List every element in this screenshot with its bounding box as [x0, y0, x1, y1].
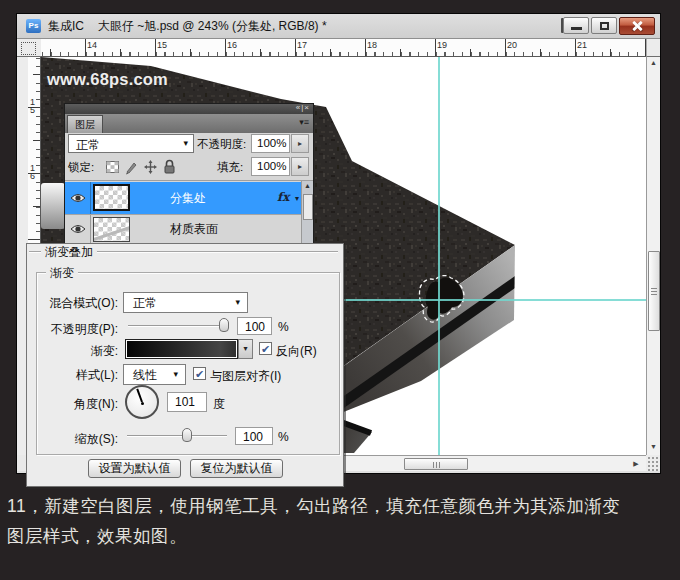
panel-menu-icon[interactable]: ▾≡ — [299, 117, 309, 127]
dialog-blend-mode-value: 正常 — [133, 295, 157, 312]
layer-thumbnail[interactable] — [93, 217, 130, 242]
panel-collapse-close-icons[interactable]: «|× — [296, 103, 310, 112]
tab-layers[interactable]: 图层 — [67, 115, 103, 133]
layers-list-scrollbar[interactable]: ▲ — [301, 181, 313, 243]
lock-all-icon[interactable] — [162, 159, 177, 175]
vertical-scrollbar-thumb[interactable] — [648, 251, 660, 331]
blend-mode-dialog-label: 混合模式(O): — [27, 295, 118, 312]
maximize-icon — [600, 22, 609, 30]
window-title-document: 大眼仔 ~旭.psd @ 243% (分集处, RGB/8) * — [98, 19, 327, 33]
style-select[interactable]: 线性 ▾ — [123, 364, 186, 385]
slab-left-highlight — [41, 183, 65, 229]
style-value: 线性 — [133, 367, 157, 384]
caption-line1: 11，新建空白图层，使用钢笔工具，勾出路径，填充任意颜色并为其添加渐变 — [7, 492, 677, 522]
dialog-blend-caret-icon: ▾ — [235, 297, 240, 307]
opacity-slider-track[interactable] — [128, 325, 228, 327]
fill-spinner-icon[interactable]: ▸ — [291, 157, 309, 176]
angle-unit: 度 — [213, 396, 225, 413]
style-caret-icon: ▾ — [173, 369, 178, 379]
set-default-button[interactable]: 设置为默认值 — [88, 459, 181, 478]
ruler-origin-corner[interactable] — [17, 39, 41, 57]
gradient-picker-caret-icon[interactable]: ▾ — [238, 339, 253, 359]
layer-row[interactable]: 材质表面 — [65, 214, 313, 243]
layers-panel-tabrow: 图层 ▾≡ — [65, 114, 313, 133]
layer-row-selected[interactable]: 分集处 fx ▾ — [65, 182, 313, 214]
watermark-text: www.68ps.com — [46, 70, 168, 88]
reset-default-button[interactable]: 复位为默认值 — [190, 459, 283, 478]
scale-slider-track[interactable] — [127, 435, 227, 437]
blend-mode-select[interactable]: 正常 ▾ — [68, 134, 194, 153]
scale-label: 缩放(S): — [27, 431, 118, 448]
align-label: 与图层对齐(I) — [210, 368, 281, 385]
eye-icon — [70, 223, 86, 235]
minimize-button[interactable] — [563, 17, 589, 34]
scale-value[interactable]: 100 — [235, 427, 273, 445]
layer-visibility-cell[interactable] — [65, 215, 91, 243]
layers-list: 分集处 fx ▾ 材质表面 — [65, 180, 313, 243]
vthumb-grip — [651, 288, 657, 289]
layer-thumbnail[interactable] — [93, 184, 130, 211]
dialog-blend-mode-select[interactable]: 正常 ▾ — [123, 292, 248, 313]
hruler-number: 14 — [87, 40, 97, 50]
layer-visibility-cell[interactable] — [65, 182, 91, 214]
tutorial-caption: 11，新建空白图层，使用钢笔工具，勾出路径，填充任意颜色并为其添加渐变 图层样式… — [7, 492, 677, 551]
reverse-label: 反向(R) — [276, 343, 317, 360]
lock-position-icon[interactable] — [143, 159, 158, 175]
opacity-value[interactable]: 100% — [251, 134, 290, 153]
ruler-scrollbar-corner — [646, 39, 660, 57]
horizontal-scrollbar-thumb[interactable] — [404, 458, 468, 470]
align-checkbox[interactable]: ✔ — [193, 367, 206, 380]
photoshop-app-icon: Ps — [26, 19, 41, 33]
angle-dial[interactable] — [125, 385, 159, 419]
blend-mode-row: 正常 ▾ 不透明度: 100% ▸ — [65, 134, 313, 155]
layer-name[interactable]: 分集处 — [170, 190, 206, 207]
close-icon — [631, 20, 643, 32]
blend-mode-caret-icon: ▾ — [183, 138, 188, 148]
scroll-up-icon[interactable]: ▲ — [647, 57, 660, 69]
close-button[interactable] — [619, 17, 655, 35]
angle-value[interactable]: 101 — [167, 392, 207, 412]
dialog-title: 渐变叠加 — [41, 244, 97, 261]
hruler-number: 17 — [297, 40, 307, 50]
hthumb-grip — [433, 462, 434, 468]
window-resize-grip[interactable] — [646, 455, 660, 471]
layers-panel-header[interactable]: «|× — [65, 104, 313, 114]
hruler-number: 21 — [577, 40, 587, 50]
angle-dial-needle — [136, 389, 143, 403]
scroll-down-icon[interactable]: ▼ — [647, 441, 660, 453]
layer-name[interactable]: 材质表面 — [170, 221, 218, 238]
blend-mode-value: 正常 — [76, 137, 100, 154]
hruler-number: 20 — [507, 40, 517, 50]
layer-fx-caret-icon[interactable]: ▾ — [295, 194, 299, 203]
vruler-number: 1 6 — [30, 165, 38, 180]
gradient-label: 渐变: — [27, 343, 118, 360]
hruler-number: 16 — [227, 40, 237, 50]
fill-value[interactable]: 100% — [251, 157, 290, 176]
dialog-opacity-unit: % — [278, 320, 289, 334]
scroll-right-icon[interactable]: ▶ — [630, 458, 642, 470]
gradient-group-label: 渐变 — [46, 265, 78, 282]
opacity-slider-thumb[interactable] — [219, 318, 229, 332]
ruler-origin-marker — [21, 42, 36, 55]
maximize-button[interactable] — [591, 17, 617, 34]
vertical-scrollbar[interactable]: ▲ ▼ — [646, 57, 660, 455]
dialog-opacity-value[interactable]: 100 — [237, 317, 272, 335]
hruler-number: 19 — [437, 40, 447, 50]
opacity-spinner-icon[interactable]: ▸ — [291, 134, 309, 153]
gradient-preview-bar[interactable] — [125, 339, 238, 359]
reverse-checkbox[interactable]: ✔ — [259, 342, 272, 355]
style-label: 样式(L): — [27, 367, 118, 384]
window-title-app: 集成IC — [48, 19, 84, 33]
horizontal-ruler: 14151617181920212 — [41, 39, 646, 57]
title-bar[interactable]: Ps 集成IC大眼仔 ~旭.psd @ 243% (分集处, RGB/8) * — [17, 14, 660, 39]
lock-label: 锁定: — [68, 160, 94, 175]
scale-slider-thumb[interactable] — [182, 428, 192, 442]
eye-icon — [70, 192, 86, 204]
lock-transparency-icon[interactable] — [105, 159, 120, 175]
layers-scrollbar-thumb[interactable] — [303, 194, 313, 220]
scale-unit: % — [278, 430, 289, 444]
layers-scroll-up-icon[interactable]: ▲ — [302, 182, 313, 189]
lock-pixels-icon[interactable] — [124, 159, 139, 175]
angle-label: 角度(N): — [27, 396, 118, 413]
layer-fx-icon[interactable]: fx — [277, 190, 289, 204]
